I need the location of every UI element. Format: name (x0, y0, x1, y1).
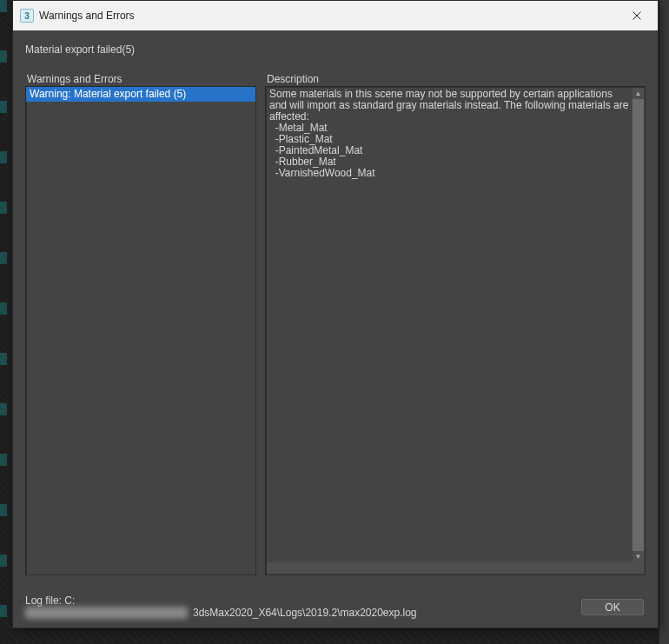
description-content: Some materials in this scene may not be … (266, 87, 633, 562)
description-header: Description (265, 73, 646, 85)
dialog-body: Material export failed(5) Warnings and E… (13, 30, 658, 627)
log-file-label: Log file: C: (25, 594, 646, 607)
close-button[interactable] (618, 2, 656, 30)
scroll-corner (633, 562, 644, 574)
warnings-list-header: Warnings and Errors (25, 73, 256, 85)
window-title: Warnings and Errors (39, 10, 135, 22)
scroll-down-arrow-icon[interactable]: ▼ (633, 551, 644, 562)
log-path-redacted (25, 607, 188, 619)
app-icon: 3 (20, 9, 34, 23)
vertical-scrollbar[interactable]: ▲ ▼ (633, 88, 644, 562)
summary-label: Material export failed(5) (25, 43, 646, 56)
ok-button[interactable]: OK (581, 599, 644, 615)
horizontal-scrollbar[interactable] (267, 562, 633, 574)
titlebar[interactable]: 3 Warnings and Errors (13, 1, 658, 30)
scroll-up-arrow-icon[interactable]: ▲ (633, 88, 644, 99)
warnings-listbox[interactable]: Warning: Material export failed (5) (25, 86, 256, 575)
background-accent (0, 0, 7, 644)
close-icon (633, 11, 641, 20)
warnings-list-item[interactable]: Warning: Material export failed (5) (26, 87, 255, 102)
warnings-errors-dialog: 3 Warnings and Errors Material export fa… (12, 0, 659, 628)
log-path-suffix: 3dsMax2020_X64\Logs\2019.2\max2020exp.lo… (193, 607, 417, 619)
background-panel (659, 0, 669, 644)
description-textbox[interactable]: Some materials in this scene may not be … (265, 86, 646, 575)
scroll-thumb[interactable] (633, 99, 644, 551)
